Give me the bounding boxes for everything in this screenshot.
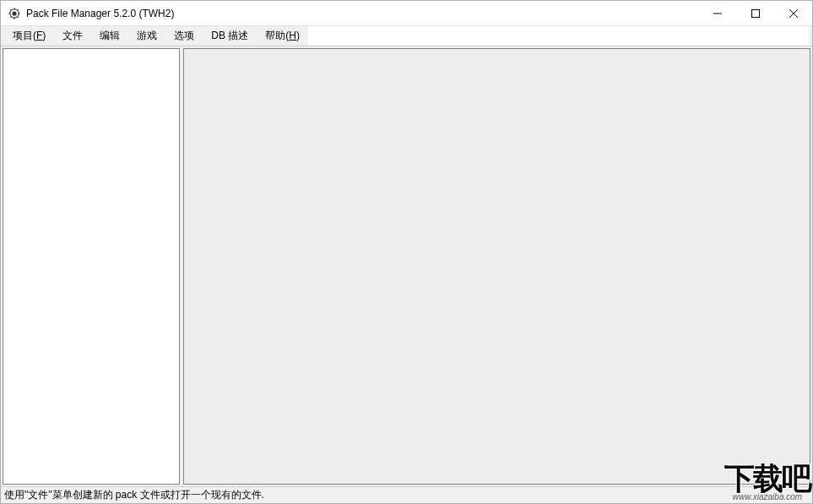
menu-help[interactable]: 帮助(H): [257, 26, 308, 46]
close-button[interactable]: [774, 1, 812, 25]
minimize-button[interactable]: [698, 1, 736, 25]
svg-rect-11: [751, 9, 759, 17]
statusbar: 使用"文件"菜单创建新的 pack 文件或打开一个现有的文件.: [1, 486, 812, 503]
window-title: Pack File Manager 5.2.0 (TWH2): [26, 8, 698, 19]
menu-db-description[interactable]: DB 描述: [203, 26, 257, 46]
menu-game[interactable]: 游戏: [128, 26, 165, 46]
menu-project[interactable]: 项目(F): [4, 26, 54, 46]
svg-point-1: [12, 11, 16, 15]
maximize-button[interactable]: [736, 1, 774, 25]
content-area: [1, 46, 812, 486]
menubar-spacer: [308, 26, 809, 46]
titlebar: Pack File Manager 5.2.0 (TWH2): [1, 1, 812, 26]
menu-file[interactable]: 文件: [54, 26, 91, 46]
status-text: 使用"文件"菜单创建新的 pack 文件或打开一个现有的文件.: [4, 488, 264, 502]
content-panel[interactable]: [183, 48, 810, 485]
app-icon: [8, 7, 21, 20]
window-controls: [698, 1, 812, 25]
menu-options[interactable]: 选项: [165, 26, 203, 46]
menu-edit[interactable]: 编辑: [91, 26, 128, 46]
menubar: 项目(F) 文件 编辑 游戏 选项 DB 描述 帮助(H): [1, 26, 812, 46]
tree-panel[interactable]: [3, 48, 180, 485]
